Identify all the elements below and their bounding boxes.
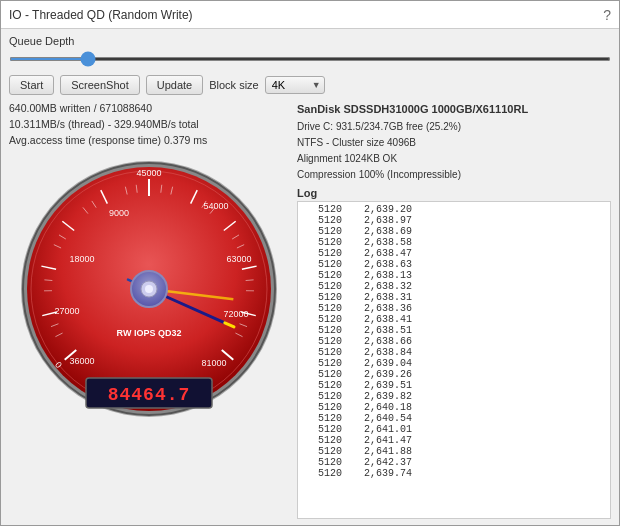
- log-col-queue: 5120: [302, 325, 342, 336]
- log-col-queue: 5120: [302, 347, 342, 358]
- log-col-value: 2,638.51: [352, 325, 412, 336]
- log-label: Log: [297, 187, 611, 199]
- log-col-queue: 5120: [302, 237, 342, 248]
- log-col-queue: 5120: [302, 259, 342, 270]
- log-col-value: 2,638.31: [352, 292, 412, 303]
- block-size-select[interactable]: 512B 1K 2K 4K 8K 16K 32K 64K 128K 256K 5…: [265, 76, 325, 94]
- log-row: 51202,638.66: [302, 336, 606, 347]
- svg-text:84464.7: 84464.7: [108, 385, 191, 405]
- svg-text:63000: 63000: [226, 254, 251, 264]
- avg-access-stat: Avg.access time (response time) 0.379 ms: [9, 133, 289, 149]
- svg-text:54000: 54000: [203, 201, 228, 211]
- log-row: 51202,638.32: [302, 281, 606, 292]
- log-col-queue: 5120: [302, 226, 342, 237]
- log-col-queue: 5120: [302, 380, 342, 391]
- svg-text:36000: 36000: [69, 356, 94, 366]
- log-col-queue: 5120: [302, 457, 342, 468]
- drive-info: Drive C: 931.5/234.7GB free (25.2%): [297, 119, 611, 135]
- log-col-value: 2,641.01: [352, 424, 412, 435]
- block-size-wrapper: 512B 1K 2K 4K 8K 16K 32K 64K 128K 256K 5…: [265, 76, 325, 94]
- log-row: 51202,640.18: [302, 402, 606, 413]
- log-col-queue: 5120: [302, 303, 342, 314]
- toolbar: Start ScreenShot Update Block size 512B …: [9, 75, 611, 95]
- help-button[interactable]: ?: [603, 7, 611, 23]
- log-col-queue: 5120: [302, 292, 342, 303]
- log-row: 51202,640.54: [302, 413, 606, 424]
- log-col-value: 2,638.36: [352, 303, 412, 314]
- log-col-value: 2,638.47: [352, 248, 412, 259]
- log-col-value: 2,640.54: [352, 413, 412, 424]
- start-button[interactable]: Start: [9, 75, 54, 95]
- log-row: 51202,639.04: [302, 358, 606, 369]
- log-col-value: 2,638.63: [352, 259, 412, 270]
- log-row: 51202,641.01: [302, 424, 606, 435]
- left-panel: 640.00MB written / 671088640 10.311MB/s …: [9, 101, 289, 519]
- log-row: 51202,638.47: [302, 248, 606, 259]
- log-col-value: 2,638.13: [352, 270, 412, 281]
- log-col-queue: 5120: [302, 468, 342, 479]
- queue-depth-label: Queue Depth: [9, 35, 611, 47]
- screenshot-button[interactable]: ScreenShot: [60, 75, 139, 95]
- log-col-queue: 5120: [302, 281, 342, 292]
- log-row: 51202,638.69: [302, 226, 606, 237]
- log-col-value: 2,639.51: [352, 380, 412, 391]
- slider-input[interactable]: [9, 57, 611, 61]
- gauge-container: 0 9000 18000 27000 36000: [14, 154, 284, 424]
- main-area: 640.00MB written / 671088640 10.311MB/s …: [9, 101, 611, 519]
- log-row: 51202,639.20: [302, 204, 606, 215]
- update-button[interactable]: Update: [146, 75, 203, 95]
- content-area: Queue Depth Start ScreenShot Update Bloc…: [1, 29, 619, 525]
- log-col-queue: 5120: [302, 391, 342, 402]
- log-col-value: 2,641.88: [352, 446, 412, 457]
- log-col-value: 2,639.74: [352, 468, 412, 479]
- log-area[interactable]: 51202,639.2051202,638.9751202,638.695120…: [297, 201, 611, 519]
- alignment-info: Alignment 1024KB OK: [297, 151, 611, 167]
- log-col-queue: 5120: [302, 435, 342, 446]
- log-col-value: 2,639.20: [352, 204, 412, 215]
- log-row: 51202,641.88: [302, 446, 606, 457]
- log-col-value: 2,639.82: [352, 391, 412, 402]
- log-col-queue: 5120: [302, 446, 342, 457]
- main-window: IO - Threaded QD (Random Write) ? Queue …: [0, 0, 620, 526]
- log-col-queue: 5120: [302, 314, 342, 325]
- svg-text:45000: 45000: [136, 168, 161, 178]
- gauge-svg: 0 9000 18000 27000 36000: [14, 154, 284, 424]
- log-col-queue: 5120: [302, 424, 342, 435]
- log-col-value: 2,638.84: [352, 347, 412, 358]
- log-col-queue: 5120: [302, 369, 342, 380]
- fs-info: NTFS - Cluster size 4096B: [297, 135, 611, 151]
- log-col-value: 2,638.58: [352, 237, 412, 248]
- log-row: 51202,638.13: [302, 270, 606, 281]
- log-row: 51202,639.26: [302, 369, 606, 380]
- log-row: 51202,639.74: [302, 468, 606, 479]
- throughput-stat: 10.311MB/s (thread) - 329.940MB/s total: [9, 117, 289, 133]
- log-row: 51202,638.84: [302, 347, 606, 358]
- log-col-value: 2,638.32: [352, 281, 412, 292]
- log-col-queue: 5120: [302, 358, 342, 369]
- svg-text:RW IOPS QD32: RW IOPS QD32: [117, 328, 182, 338]
- log-row: 51202,638.36: [302, 303, 606, 314]
- svg-text:9000: 9000: [109, 208, 129, 218]
- svg-text:18000: 18000: [69, 254, 94, 264]
- compression-info: Compression 100% (Incompressible): [297, 167, 611, 183]
- device-name: SanDisk SDSSDH31000G 1000GB/X61110RL: [297, 101, 611, 119]
- log-col-queue: 5120: [302, 204, 342, 215]
- log-row: 51202,638.41: [302, 314, 606, 325]
- log-col-value: 2,638.97: [352, 215, 412, 226]
- log-row: 51202,638.58: [302, 237, 606, 248]
- log-col-queue: 5120: [302, 270, 342, 281]
- log-row: 51202,638.31: [302, 292, 606, 303]
- log-row: 51202,639.51: [302, 380, 606, 391]
- title-bar: IO - Threaded QD (Random Write) ?: [1, 1, 619, 29]
- queue-depth-slider[interactable]: [9, 49, 611, 69]
- written-stat: 640.00MB written / 671088640: [9, 101, 289, 117]
- svg-text:81000: 81000: [201, 358, 226, 368]
- log-col-queue: 5120: [302, 402, 342, 413]
- log-col-value: 2,640.18: [352, 402, 412, 413]
- log-col-value: 2,641.47: [352, 435, 412, 446]
- log-col-value: 2,639.26: [352, 369, 412, 380]
- log-col-value: 2,638.66: [352, 336, 412, 347]
- log-col-value: 2,642.37: [352, 457, 412, 468]
- log-col-queue: 5120: [302, 215, 342, 226]
- log-col-value: 2,639.04: [352, 358, 412, 369]
